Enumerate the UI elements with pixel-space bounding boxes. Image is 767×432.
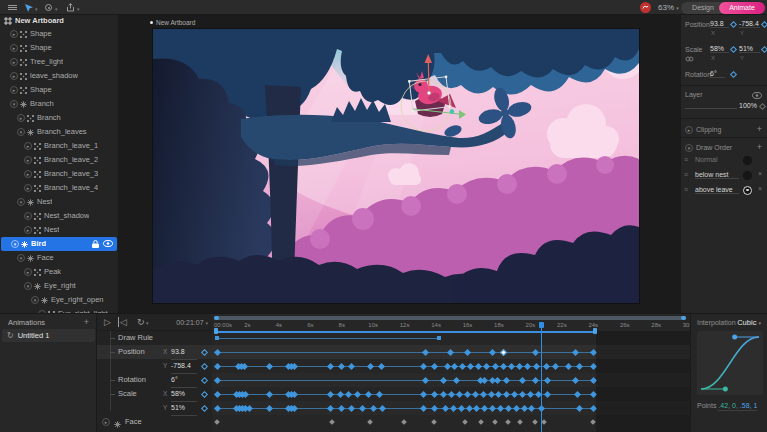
keyframe[interactable] — [458, 404, 465, 411]
keyframe[interactable] — [528, 404, 535, 411]
disclosure-icon[interactable]: ▸ — [24, 212, 32, 220]
shape-tool-icon[interactable] — [45, 4, 52, 11]
keyframe[interactable] — [456, 390, 463, 397]
disclosure-icon[interactable]: ▸ — [10, 72, 18, 80]
property-value-field[interactable]: 51% — [171, 401, 197, 416]
keyframe-toggle-icon[interactable] — [201, 348, 208, 355]
tree-item-eye_right[interactable]: ▾Eye_right — [0, 279, 118, 293]
keyframe[interactable] — [431, 419, 437, 425]
property-value-field[interactable]: 58% — [171, 387, 197, 402]
keyframe[interactable] — [467, 362, 474, 369]
keyframe[interactable] — [500, 362, 507, 369]
keyframe[interactable] — [464, 348, 471, 355]
keyframe[interactable] — [574, 390, 581, 397]
tree-item-face[interactable]: ▾Face — [0, 251, 118, 265]
timeline-property-sub[interactable]: Y-758.4 — [97, 359, 212, 373]
rotation-field[interactable]: 6° — [710, 70, 725, 78]
playhead-handle[interactable] — [539, 322, 544, 328]
disclosure-icon[interactable]: ▸ — [24, 268, 32, 276]
keyframe[interactable] — [572, 376, 579, 383]
keyframe[interactable] — [365, 390, 372, 397]
draw-order-target-swatch[interactable] — [743, 156, 752, 165]
keyframe[interactable] — [508, 362, 515, 369]
property-value-field[interactable]: -758.4 — [171, 359, 197, 374]
work-area-start-handle[interactable] — [214, 328, 218, 334]
canvas-stage[interactable]: New Artboard — [119, 15, 680, 313]
keyframe[interactable] — [459, 362, 466, 369]
keyframe[interactable] — [544, 390, 551, 397]
tree-item-leave_shadow[interactable]: ▸leave_shadow — [0, 69, 118, 83]
remove-rule-button[interactable]: × — [758, 185, 762, 192]
keyframe-toggle-icon[interactable] — [201, 376, 208, 383]
keyframe[interactable] — [516, 362, 523, 369]
keyframe[interactable] — [359, 404, 366, 411]
timeline-property-scale[interactable]: ScaleX58% — [97, 387, 212, 401]
keyframe[interactable] — [401, 419, 407, 425]
keyframe[interactable] — [448, 390, 455, 397]
timeline-property-position[interactable]: PositionX93.8 — [97, 345, 212, 359]
keyframe[interactable] — [492, 419, 498, 425]
keyframe[interactable] — [532, 376, 539, 383]
artboard-root-item[interactable]: New Artboard — [0, 15, 118, 27]
position-x-keyframe-icon[interactable] — [730, 21, 737, 28]
keyframe[interactable] — [511, 390, 518, 397]
tree-item-shape[interactable]: ▸Shape — [0, 41, 118, 55]
disclosure-icon[interactable]: ▾ — [17, 254, 25, 262]
keyframe[interactable] — [348, 362, 355, 369]
keyframe[interactable] — [327, 362, 334, 369]
scrollbar-right-handle[interactable] — [681, 316, 686, 320]
keyframe[interactable] — [354, 390, 361, 397]
keyframe[interactable] — [338, 362, 345, 369]
keyframe[interactable] — [480, 390, 487, 397]
keyframe[interactable] — [464, 390, 471, 397]
keyframe[interactable] — [481, 404, 488, 411]
scale-x-field[interactable]: 58% — [710, 45, 729, 53]
transform-tool-icon[interactable] — [25, 4, 33, 12]
play-button[interactable]: ▷ — [104, 317, 111, 327]
zoom-level-select[interactable]: 63% ▾ — [658, 3, 679, 12]
keyframe[interactable] — [565, 362, 572, 369]
keyframe[interactable] — [266, 404, 273, 411]
keyframe[interactable] — [572, 348, 579, 355]
keyframe[interactable] — [532, 419, 538, 425]
tree-item-branch[interactable]: ▾Branch — [0, 97, 118, 111]
export-icon[interactable] — [66, 3, 75, 12]
keyframe[interactable] — [489, 404, 496, 411]
opacity-keyframe-icon[interactable] — [759, 103, 766, 110]
position-y-keyframe-icon[interactable] — [761, 21, 767, 28]
property-value-field[interactable]: 6° — [171, 373, 197, 388]
keyframe-toggle-icon[interactable] — [201, 390, 208, 397]
keyframe[interactable] — [437, 336, 441, 340]
keyframe[interactable] — [345, 390, 352, 397]
tree-item-nest[interactable]: ▾Nest — [0, 195, 118, 209]
keyframe[interactable] — [524, 362, 531, 369]
keyframe[interactable] — [329, 419, 335, 425]
disclosure-icon[interactable]: ▸ — [24, 184, 32, 192]
draw-order-target-swatch[interactable] — [743, 171, 752, 180]
keyframe[interactable] — [519, 390, 526, 397]
keyframe[interactable] — [442, 404, 449, 411]
keyframe[interactable] — [503, 376, 510, 383]
time-display[interactable]: 00:21:07 ▾ — [176, 319, 208, 326]
disclosure-icon[interactable]: ▸ — [24, 226, 32, 234]
keyframe[interactable] — [543, 362, 550, 369]
disclosure-icon[interactable]: ▾ — [24, 282, 32, 290]
rotation-keyframe-icon[interactable] — [730, 71, 737, 78]
keyframe[interactable] — [327, 404, 334, 411]
artboard[interactable] — [153, 29, 639, 303]
bezier-handle-2[interactable] — [732, 335, 737, 340]
tree-item-shape[interactable]: ▸Shape — [0, 83, 118, 97]
timeline-node-face[interactable]: ▸Face — [97, 415, 212, 429]
keyframe-toggle-icon[interactable] — [201, 362, 208, 369]
opacity-field[interactable]: 100% — [739, 102, 757, 109]
keyframe[interactable] — [266, 390, 273, 397]
keyframe[interactable] — [497, 404, 504, 411]
keyframe[interactable] — [378, 362, 385, 369]
keyframe[interactable] — [590, 419, 596, 425]
tree-item-shape[interactable]: ▸Shape — [0, 27, 118, 41]
keyframe[interactable] — [518, 419, 524, 425]
loop-mode-button[interactable]: ↻ ▾ — [137, 317, 148, 327]
add-draw-order-button[interactable]: + — [757, 142, 762, 152]
keyframe[interactable] — [440, 390, 447, 397]
disclosure-icon[interactable]: ▾ — [31, 296, 39, 304]
